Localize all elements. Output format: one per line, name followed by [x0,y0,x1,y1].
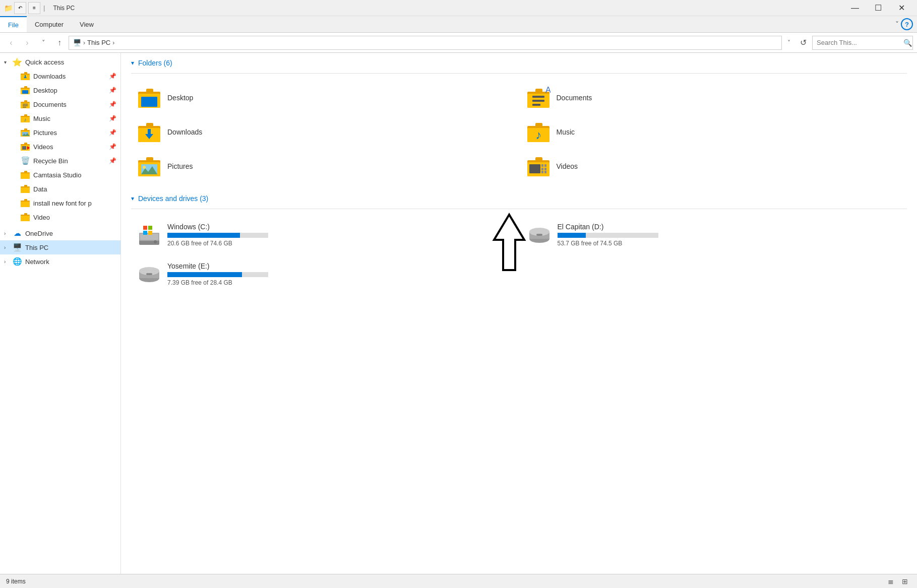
sidebar-item-music[interactable]: ♪ Music 📌 [0,111,120,125]
minimize-button[interactable]: — [843,0,867,16]
search-box[interactable]: 🔍 [812,36,913,50]
sidebar-item-camtasia[interactable]: Camtasia Studio [0,168,120,182]
svg-rect-48 [532,96,544,98]
ribbon-collapse-icon[interactable]: ˅ [895,20,899,28]
svg-rect-39 [21,216,30,221]
drives-section-label: Devices and drives (3) [138,194,208,203]
svg-text:A: A [545,86,551,94]
undo-btn[interactable]: ↶ [14,2,26,14]
svg-rect-47 [535,89,542,94]
svg-rect-72 [544,164,546,167]
thispc-expand-icon: › [4,245,12,250]
installfont-folder-icon [20,198,30,208]
sidebar-item-desktop[interactable]: Desktop 📌 [0,83,120,97]
drive-e-name: Yosemite (E:) [167,262,511,270]
window-title: This PC [53,5,75,12]
quickaccess-star-icon: ⭐ [12,57,22,67]
search-icon[interactable]: 🔍 [903,39,912,47]
folder-item-videos[interactable]: Videos [520,150,907,182]
drive-e-icon [137,262,161,286]
address-path[interactable]: 🖥️ › This PC › [69,36,782,50]
quick-access-toolbar: 📁 ↶ ≡ | [4,2,45,14]
drive-d-size: 53.7 GB free of 74.5 GB [558,240,901,247]
sidebar-network-header[interactable]: › 🌐 Network [0,254,120,269]
properties-btn[interactable]: ≡ [28,2,40,14]
svg-rect-33 [21,187,30,193]
path-separator: › [83,39,85,46]
main-layout: ▾ ⭐ Quick access Downloads 📌 Desktop 📌 [0,53,917,574]
drive-item-c[interactable]: Windows (C:) 20.6 GB free of 74.6 GB [131,217,517,252]
sidebar-installfont-label: install new font for p [33,200,116,207]
pin-icon-desktop: 📌 [109,87,116,94]
up-button[interactable]: ↑ [52,36,67,50]
onedrive-expand-icon: › [4,231,12,236]
sidebar-item-documents[interactable]: Documents 📌 [0,97,120,111]
drive-c-icon [137,223,161,247]
folder-item-documents[interactable]: A Documents [520,82,907,114]
sidebar-item-downloads[interactable]: Downloads 📌 [0,69,120,83]
details-view-button[interactable]: ≣ [885,575,897,587]
svg-rect-36 [21,202,30,207]
recent-locations-button[interactable]: ˅ [36,36,50,50]
sidebar-item-video[interactable]: Video [0,210,120,224]
drive-e-bar-fill [167,272,242,277]
tab-computer[interactable]: Computer [27,16,72,32]
folder-item-downloads[interactable]: Downloads [131,116,518,148]
sidebar-desktop-label: Desktop [33,87,107,94]
forward-button[interactable]: › [20,36,34,50]
svg-rect-8 [22,90,28,94]
svg-rect-69 [535,157,542,162]
camtasia-folder-icon [20,170,30,180]
music-folder-icon: ♪ [20,113,30,123]
help-button[interactable]: ? [901,18,913,30]
large-icons-view-button[interactable]: ⊞ [899,575,911,587]
pictures-folder-icon [20,127,30,138]
ribbon-end: ˅ ? [895,16,917,32]
sidebar-item-videos[interactable]: Videos 📌 [0,140,120,154]
svg-rect-4 [25,75,26,78]
svg-rect-34 [24,185,27,187]
content-area: ▾ Folders (6) Desktop [121,53,917,574]
item-count: 9 items [6,578,26,585]
videos-folder-icon-large [526,154,551,178]
drives-section-header[interactable]: ▾ Devices and drives (3) [131,194,907,203]
downloads-folder-icon-large [137,120,161,144]
folder-item-music[interactable]: ♪ Music [520,116,907,148]
sidebar-data-label: Data [33,185,116,193]
address-dropdown-button[interactable]: ˅ [784,36,794,50]
sidebar-item-recyclebin[interactable]: 🗑️ Recycle Bin 📌 [0,154,120,168]
folders-collapse-arrow: ▾ [131,59,134,67]
sidebar-quickaccess-header[interactable]: ▾ ⭐ Quick access [0,55,120,69]
drive-e-info: Yosemite (E:) 7.39 GB free of 28.4 GB [167,262,511,286]
maximize-button[interactable]: ☐ [867,0,890,16]
folder-item-pictures[interactable]: Pictures [131,150,518,182]
folders-section-header[interactable]: ▾ Folders (6) [131,59,907,67]
sidebar-thispc-header[interactable]: › 🖥️ This PC [0,240,120,254]
svg-rect-37 [24,199,27,201]
quickaccess-expand-icon: ▾ [4,59,12,65]
folder-item-desktop[interactable]: Desktop [131,82,518,114]
pin-icon: 📌 [109,73,116,80]
sidebar-item-install-font[interactable]: install new font for p [0,196,120,210]
drive-item-d[interactable]: El Capitan (D:) 53.7 GB free of 74.5 GB [521,217,907,252]
svg-rect-44 [141,97,157,107]
tab-file[interactable]: File [0,16,27,32]
drive-d-bar-bg [558,233,658,238]
svg-rect-82 [148,226,152,230]
refresh-button[interactable]: ↺ [796,36,810,50]
drive-c-size: 20.6 GB free of 74.6 GB [167,240,511,247]
recycle-icon: 🗑️ [20,156,30,166]
back-button[interactable]: ‹ [4,36,18,50]
search-input[interactable] [817,39,901,46]
drives-grid: Windows (C:) 20.6 GB free of 74.6 GB [131,217,907,292]
address-bar: ‹ › ˅ ↑ 🖥️ › This PC › ˅ ↺ 🔍 [0,33,917,53]
sidebar-onedrive-header[interactable]: › ☁ OneDrive [0,226,120,240]
sidebar-item-pictures[interactable]: Pictures 📌 [0,125,120,140]
sidebar-item-data[interactable]: Data [0,182,120,196]
drive-item-e[interactable]: Yosemite (E:) 7.39 GB free of 28.4 GB [131,256,517,292]
pin-icon-docs: 📌 [109,101,116,108]
tab-view[interactable]: View [72,16,102,32]
close-button[interactable]: ✕ [890,0,913,16]
svg-rect-54 [146,123,153,128]
sidebar-camtasia-label: Camtasia Studio [33,171,116,179]
